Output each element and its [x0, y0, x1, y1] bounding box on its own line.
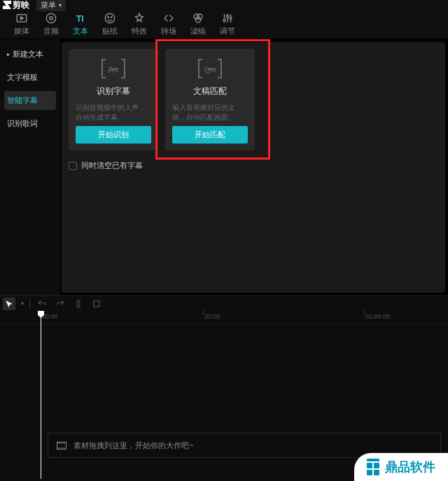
logo-icon — [3, 1, 11, 9]
menu-label: 菜单 — [41, 0, 56, 11]
tool-media[interactable]: 媒体 — [7, 12, 36, 36]
svg-point-4 — [105, 13, 115, 23]
card-desc: 输入音视频对应的文稿，自动匹配画面。 — [172, 103, 248, 126]
sticker-icon — [104, 12, 116, 25]
checkbox-icon[interactable] — [69, 162, 77, 170]
tool-label: 滤镜 — [190, 26, 206, 36]
menu-button[interactable]: 菜单 ▾ — [36, 0, 66, 11]
timeline-ruler[interactable]: 00:00 30:00 01:00:00 — [0, 311, 448, 323]
tool-label: 特效 — [132, 26, 147, 36]
tool-text[interactable]: TI 文本 — [66, 12, 95, 36]
tool-label: 媒体 — [14, 26, 29, 36]
effect-icon — [133, 12, 146, 25]
tool-filter[interactable]: 滤镜 — [183, 12, 213, 36]
transition-icon — [162, 12, 175, 25]
redo-button[interactable] — [54, 298, 66, 310]
chevron-down-icon[interactable]: ▾ — [21, 300, 24, 307]
watermark: 鼎品软件 — [354, 453, 448, 481]
tool-adjust[interactable]: 调节 — [213, 12, 242, 36]
tool-effect[interactable]: 特效 — [125, 12, 154, 36]
svg-point-12 — [230, 18, 232, 20]
sidebar-item-lyrics[interactable]: 识别歌词 — [4, 114, 56, 133]
start-recognize-button[interactable]: 开始识别 — [76, 126, 151, 144]
arrow-icon: ▸ — [7, 51, 10, 57]
svg-point-5 — [108, 17, 109, 18]
svg-rect-13 — [77, 300, 80, 307]
text-icon: TI — [74, 12, 87, 25]
timeline-toolbar: ▾ — [0, 295, 448, 311]
film-icon — [57, 442, 66, 449]
app-logo: 剪映 — [3, 0, 29, 11]
adjust-icon — [221, 12, 234, 25]
watermark-icon — [367, 459, 379, 475]
filter-icon — [192, 12, 204, 25]
main-area: ▸ 新建文本 文字模板 智能字幕 识别歌词 A≡ 识别字幕 识别音视频中的人声，… — [0, 39, 448, 295]
split-button[interactable] — [72, 298, 85, 310]
checkbox-label: 同时清空已有字幕 — [81, 160, 143, 171]
app-name: 剪映 — [13, 0, 29, 11]
clear-subtitles-option[interactable]: 同时清空已有字幕 — [69, 160, 438, 171]
sidebar-item-new-text[interactable]: ▸ 新建文本 — [4, 45, 56, 64]
sidebar: ▸ 新建文本 文字模板 智能字幕 识别歌词 — [0, 39, 60, 295]
tool-sticker[interactable]: 贴纸 — [95, 12, 125, 36]
chevron-down-icon: ▾ — [59, 2, 62, 8]
titlebar: 剪映 菜单 ▾ — [0, 0, 448, 10]
recognize-icon: A≡ — [99, 59, 127, 80]
match-icon: ⊙≡ — [196, 59, 224, 80]
tool-label: 音频 — [43, 26, 59, 36]
card-match-script: ⊙≡ 文稿匹配 输入音视频对应的文稿，自动匹配画面。 开始匹配 — [165, 49, 255, 151]
media-icon — [15, 12, 28, 25]
tool-label: 贴纸 — [102, 26, 118, 36]
undo-button[interactable] — [36, 298, 48, 310]
card-row: A≡ 识别字幕 识别音视频中的人声，自动生成字幕。 开始识别 ⊙≡ 文稿匹配 输… — [69, 49, 438, 151]
content-panel: A≡ 识别字幕 识别音视频中的人声，自动生成字幕。 开始识别 ⊙≡ 文稿匹配 输… — [62, 42, 445, 293]
sidebar-item-label: 新建文本 — [13, 49, 43, 60]
svg-point-10 — [223, 20, 225, 22]
audio-icon — [45, 12, 57, 25]
sidebar-item-label: 智能字幕 — [7, 95, 38, 106]
pointer-tool[interactable] — [3, 298, 15, 310]
toolbar: 媒体 音频 TI 文本 贴纸 特效 转场 滤镜 调节 — [0, 10, 448, 39]
drop-hint-text: 素材拖拽到这里，开始你的大作吧~ — [74, 440, 193, 451]
sidebar-item-label: 文字模板 — [7, 72, 38, 83]
svg-point-2 — [50, 17, 53, 20]
tool-label: 调节 — [220, 26, 235, 36]
card-desc: 识别音视频中的人声，自动生成字幕。 — [76, 103, 151, 126]
svg-point-6 — [111, 17, 113, 18]
card-recognize-subtitle: A≡ 识别字幕 识别音视频中的人声，自动生成字幕。 开始识别 — [69, 49, 158, 151]
playhead[interactable] — [41, 311, 41, 479]
tool-transition[interactable]: 转场 — [154, 12, 183, 36]
sidebar-item-smart-subtitle[interactable]: 智能字幕 — [4, 91, 56, 110]
card-title: 识别字幕 — [97, 85, 130, 97]
sidebar-item-label: 识别歌词 — [7, 118, 38, 129]
tool-label: 文本 — [73, 26, 88, 36]
ruler-tick: 30:00 — [203, 313, 220, 320]
crop-button[interactable] — [90, 298, 103, 310]
ruler-tick: 01:00:00 — [364, 313, 390, 320]
card-title: 文稿匹配 — [193, 85, 227, 97]
svg-text:TI: TI — [76, 14, 84, 24]
svg-point-11 — [227, 15, 229, 18]
svg-point-9 — [195, 18, 201, 23]
svg-point-1 — [46, 13, 56, 23]
svg-rect-14 — [94, 300, 99, 306]
divider — [29, 299, 30, 309]
tool-label: 转场 — [161, 26, 176, 36]
tool-audio[interactable]: 音频 — [36, 12, 66, 36]
sidebar-item-text-template[interactable]: 文字模板 — [4, 68, 56, 87]
start-match-button[interactable]: 开始匹配 — [172, 126, 248, 144]
watermark-text: 鼎品软件 — [385, 459, 435, 475]
